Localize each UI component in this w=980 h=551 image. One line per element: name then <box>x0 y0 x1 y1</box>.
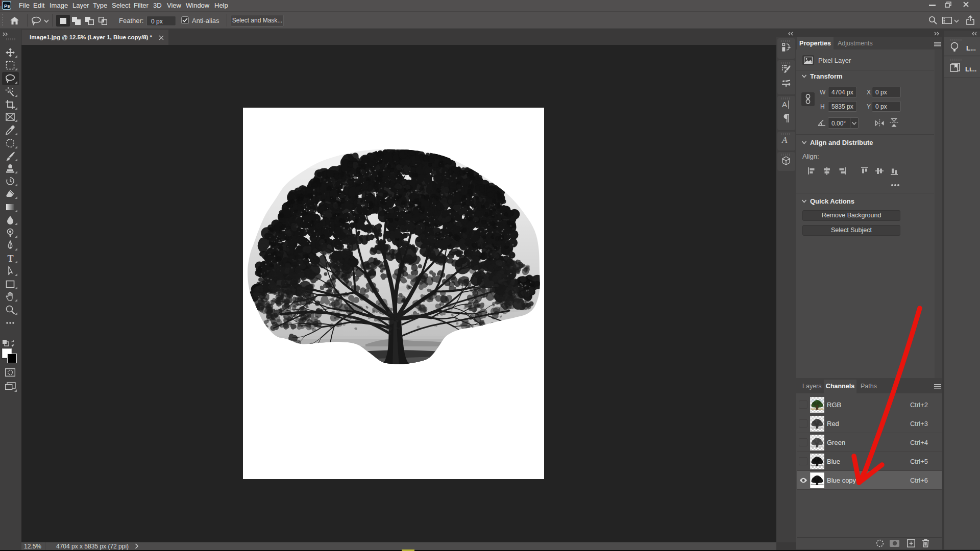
svg-text:A: A <box>782 100 787 109</box>
svg-text:Ps: Ps <box>4 3 10 9</box>
svg-text:A: A <box>781 135 788 145</box>
svg-text:T: T <box>8 254 14 264</box>
